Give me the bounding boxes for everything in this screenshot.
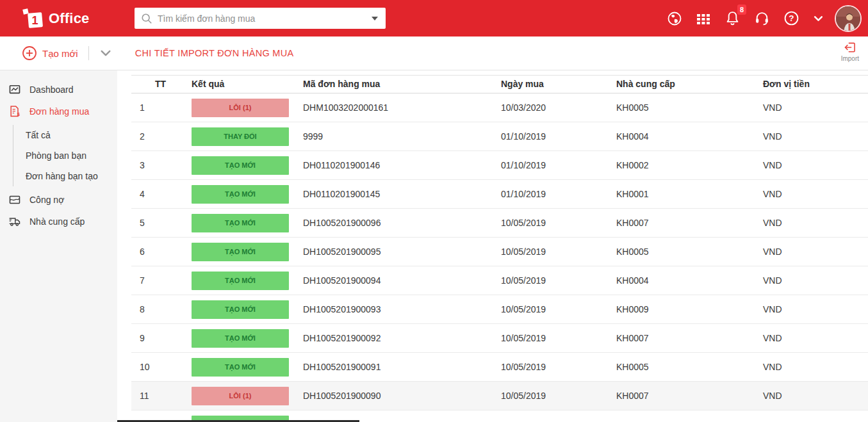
account-chevron-icon[interactable] <box>813 13 824 24</box>
sidebar: Dashboard $ Đơn hàng mua Tất cả Phòng ba… <box>0 70 117 422</box>
purchase-date: 10/05/2019 <box>501 209 616 238</box>
global-search[interactable] <box>135 8 386 29</box>
table-row[interactable]: 8TẠO MỚIDH100520190009310/05/2019KH0009V… <box>131 295 868 324</box>
sidebar-item-dashboard[interactable]: Dashboard <box>0 79 117 101</box>
purchase-date: 10/05/2019 <box>501 353 616 382</box>
currency: VND <box>763 324 868 353</box>
currency: VND <box>763 209 868 238</box>
row-index: 9 <box>131 324 192 353</box>
currency: VND <box>763 266 868 295</box>
search-scope-dropdown-icon[interactable] <box>372 17 378 20</box>
support-headset-icon[interactable] <box>754 10 770 26</box>
table-row[interactable]: 9TẠO MỚIDH100520190009210/05/2019KH0007V… <box>131 324 868 353</box>
status-badge: TẠO MỚI <box>192 358 289 377</box>
table-row[interactable]: 4TẠO MỚIDH011020190014501/10/2019KH0001V… <box>131 180 868 209</box>
header-icon-group: 8 ? <box>667 0 862 37</box>
order-code: DH0110201900146 <box>303 151 501 180</box>
order-code: DH1005201900096 <box>303 209 501 238</box>
row-index: 6 <box>131 238 192 266</box>
row-index: 2 <box>131 122 192 151</box>
sidebar-item-label: Đơn hàng mua <box>29 106 89 117</box>
table-row[interactable]: 11LỖI (1)DH100520190009010/05/2019KH0007… <box>131 382 868 410</box>
purchase-date: 01/10/2019 <box>501 151 616 180</box>
purchase-date: 10/03/2020 <box>501 93 616 122</box>
notification-badge: 8 <box>737 4 746 15</box>
column-header-ma-don-hang: Mã đơn hàng mua <box>303 76 501 93</box>
order-code: DH1005201900093 <box>303 295 501 324</box>
order-code: DH1005201900092 <box>303 324 501 353</box>
create-options-chevron-icon[interactable] <box>99 47 112 60</box>
dashboard-icon <box>8 83 21 96</box>
table-row[interactable]: 2THAY ĐỔI999901/10/2019KH0004VND <box>131 122 868 151</box>
sidebar-item-don-hang-mua[interactable]: $ Đơn hàng mua <box>0 101 117 122</box>
table-row[interactable]: 6TẠO MỚIDH100520190009510/05/2019KH0005V… <box>131 238 868 266</box>
sidebar-item-nha-cung-cap[interactable]: Nhà cung cấp <box>0 211 117 232</box>
table-row[interactable]: 3TẠO MỚIDH011020190014601/10/2019KH0002V… <box>131 151 868 180</box>
import-results-table: TT Kết quả Mã đơn hàng mua Ngày mua Nhà … <box>131 75 868 422</box>
table-row[interactable]: 10TẠO MỚIDH100520190009110/05/2019KH0005… <box>131 353 868 382</box>
sidebar-subitem-tat-ca[interactable]: Tất cả <box>13 125 117 145</box>
sidebar-subitem-don-hang-ban-tao[interactable]: Đơn hàng bạn tạo <box>13 166 117 186</box>
import-button[interactable]: Import <box>841 41 859 62</box>
row-index: 8 <box>131 295 192 324</box>
purchase-date: 10/05/2019 <box>501 238 616 266</box>
top-header-bar: 1 Office <box>0 0 868 37</box>
status-badge: TẠO MỚI <box>192 272 289 290</box>
status-badge: TẠO MỚI <box>192 214 289 232</box>
search-input[interactable] <box>152 13 372 24</box>
status-badge: LỖI (1) <box>192 99 289 117</box>
help-icon[interactable]: ? <box>783 10 799 26</box>
sidebar-item-label: Công nợ <box>29 195 64 205</box>
debt-icon <box>8 193 21 206</box>
supplier: KH0007 <box>616 209 763 238</box>
purchase-date: 01/10/2019 <box>501 122 616 151</box>
status-cell: TẠO MỚI <box>192 324 303 353</box>
status-badge: THAY ĐỔI <box>192 127 289 146</box>
row-index: 3 <box>131 151 192 180</box>
status-badge: TẠO MỚI <box>192 329 289 348</box>
notifications-bell-icon[interactable]: 8 <box>725 10 741 26</box>
svg-text:?: ? <box>789 13 794 23</box>
currency: VND <box>763 353 868 382</box>
row-index: 5 <box>131 209 192 238</box>
currency: VND <box>763 122 868 151</box>
status-cell: TẠO MỚI <box>192 295 303 324</box>
status-cell: TẠO MỚI <box>192 151 303 180</box>
supplier: KH0007 <box>616 382 763 410</box>
currency: VND <box>763 382 868 410</box>
order-code: DH1005201900094 <box>303 266 501 295</box>
currency <box>763 410 868 422</box>
column-header-don-vi-tien: Đơn vị tiền <box>763 76 868 93</box>
currency: VND <box>763 295 868 324</box>
status-cell: TẠO MỚI <box>192 238 303 266</box>
status-badge: TẠO MỚI <box>192 300 289 319</box>
apps-grid-icon[interactable] <box>696 11 711 26</box>
purchase-date: 01/10/2019 <box>501 180 616 209</box>
user-avatar[interactable] <box>835 5 862 32</box>
status-cell: TẠO MỚI <box>192 353 303 382</box>
table-row[interactable]: 7TẠO MỚIDH100520190009410/05/2019KH0004V… <box>131 266 868 295</box>
logo-icon: 1 <box>22 8 44 29</box>
status-cell: TẠO MỚI <box>192 209 303 238</box>
sidebar-subitem-phong-ban-ban[interactable]: Phòng ban bạn <box>13 145 117 166</box>
search-icon <box>141 13 152 24</box>
supplier: KH0005 <box>616 93 763 122</box>
create-new-button[interactable]: Tạo mới <box>22 45 78 61</box>
purchase-date: 10/05/2019 <box>501 266 616 295</box>
globe-icon[interactable] <box>667 11 682 26</box>
purchase-date <box>501 410 616 422</box>
status-badge: TẠO MỚI <box>192 243 289 261</box>
table-row[interactable]: 1LỖI (1)DHM100320200016110/03/2020KH0005… <box>131 93 868 122</box>
sidebar-item-cong-no[interactable]: Công nợ <box>0 189 117 211</box>
order-code: DH1005201900091 <box>303 353 501 382</box>
app-window: 1 Office <box>0 0 868 422</box>
order-code: DH0110201900145 <box>303 180 501 209</box>
table-row[interactable]: 5TẠO MỚIDH100520190009610/05/2019KH0007V… <box>131 209 868 238</box>
import-icon <box>844 41 856 54</box>
sidebar-submenu: Tất cả Phòng ban bạn Đơn hàng bạn tạo <box>13 125 117 186</box>
app-logo[interactable]: 1 Office <box>22 8 90 29</box>
status-cell: THAY ĐỔI <box>192 122 303 151</box>
order-code: DH1005201900095 <box>303 238 501 266</box>
purchase-date: 10/05/2019 <box>501 295 616 324</box>
currency: VND <box>763 93 868 122</box>
